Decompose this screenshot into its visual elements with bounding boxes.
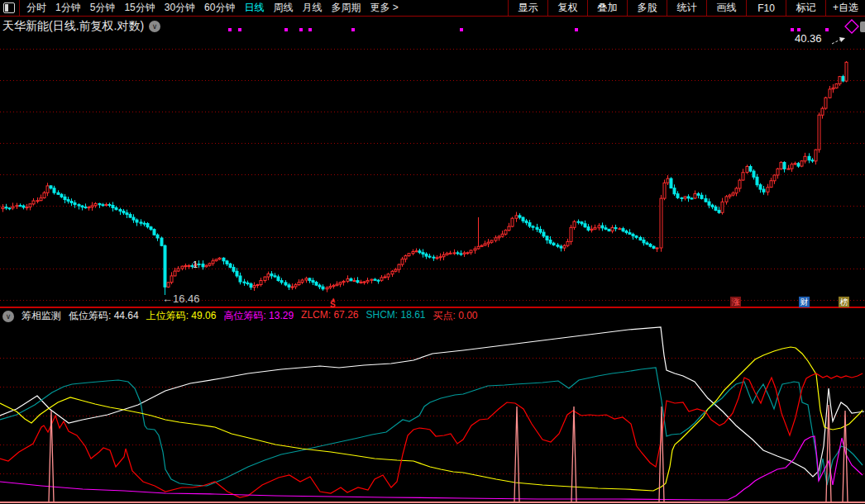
period-tab-月线[interactable]: 月线 (302, 1, 322, 15)
candle-up (770, 181, 772, 188)
period-tab-周线[interactable]: 周线 (273, 1, 293, 15)
candle-up (398, 264, 400, 269)
candle-down (64, 197, 66, 199)
event-dot (797, 28, 800, 31)
candle-up (501, 234, 504, 236)
candle-down (146, 224, 149, 227)
candle-down (153, 230, 155, 235)
toolbar-button-画线[interactable]: 画线 (706, 0, 746, 16)
candle-up (94, 203, 97, 205)
candle-down (164, 245, 166, 287)
candle-up (787, 169, 790, 169)
period-tab-60分钟[interactable]: 60分钟 (204, 1, 235, 15)
candle-up (436, 258, 438, 259)
candle-down (643, 240, 645, 243)
period-tab-更多[interactable]: 更多 > (370, 1, 398, 15)
toolbar-button-多股[interactable]: 多股 (627, 0, 667, 16)
candle-down (525, 221, 528, 222)
badge-财[interactable]: 财 (799, 297, 810, 307)
candle-down (428, 256, 431, 257)
indicator-field-2: 高位筹码: 13.29 (223, 309, 294, 323)
panel-chevron-circle-icon[interactable]: ∨ (2, 311, 14, 322)
candle-up (167, 283, 170, 288)
toolbar-button-统计[interactable]: 统计 (667, 0, 706, 16)
candle-up (267, 274, 270, 278)
toolbar-button-显示[interactable]: 显示 (508, 0, 547, 16)
toolbar-button-标记[interactable]: 标记 (786, 0, 825, 16)
indicator-field-3: ZLCM: 67.26 (301, 309, 358, 323)
trading-app-window: 分时1分钟5分钟15分钟30分钟60分钟日线周线月线多周期更多 > 显示复权叠加… (0, 0, 865, 504)
top-toolbar: 分时1分钟5分钟15分钟30分钟60分钟日线周线月线多周期更多 > 显示复权叠加… (0, 0, 865, 17)
toolbar-button-叠加[interactable]: 叠加 (587, 0, 627, 16)
candle-up (821, 108, 824, 115)
candle-up (780, 163, 782, 169)
period-tab-多周期[interactable]: 多周期 (331, 1, 361, 15)
candle-up (453, 253, 456, 254)
panel-toggle-icon[interactable] (3, 2, 15, 13)
event-dot (228, 28, 232, 31)
candle-up (2, 207, 4, 209)
candle-up (735, 188, 738, 193)
toolbar-button-复权[interactable]: 复权 (547, 0, 587, 16)
candle-up (339, 283, 342, 284)
candle-down (5, 207, 7, 208)
candle-down (749, 167, 752, 172)
event-dot (575, 28, 578, 31)
candle-up (504, 231, 507, 235)
corner-window-icon[interactable] (860, 21, 865, 32)
badge-榜[interactable]: 榜 (839, 297, 849, 307)
candle-up (291, 287, 294, 288)
candle-up (380, 278, 383, 280)
period-tab-1分钟[interactable]: 1分钟 (55, 1, 81, 15)
candle-down (560, 246, 562, 248)
candle-up (184, 266, 187, 267)
candle-up (511, 218, 514, 226)
bottom-border (0, 502, 865, 503)
candle-up (590, 229, 593, 230)
candle-down (676, 194, 679, 198)
candle-up (40, 198, 42, 201)
candle-down (522, 217, 524, 221)
chart-graphics[interactable] (0, 0, 865, 504)
period-tab-15分钟[interactable]: 15分钟 (124, 1, 155, 15)
candle-up (725, 197, 728, 202)
candle-up (391, 271, 394, 274)
candle-up (824, 97, 827, 108)
candle-down (842, 77, 844, 81)
period-tab-分时[interactable]: 分时 (26, 1, 46, 15)
buy-point-spikes (49, 411, 54, 502)
candle-up (667, 178, 669, 183)
candle-down (202, 264, 204, 267)
candle-down (753, 171, 755, 177)
candle-up (363, 282, 366, 283)
candle-down (57, 193, 60, 194)
candle-down (53, 188, 55, 193)
candle-down (577, 221, 580, 222)
candle-down (108, 205, 111, 206)
period-tab-5分钟[interactable]: 5分钟 (90, 1, 116, 15)
toolbar-button-自选[interactable]: +自选 (825, 0, 865, 16)
diamond-icon[interactable] (845, 20, 858, 33)
candle-down (700, 195, 703, 198)
period-tab-30分钟[interactable]: 30分钟 (165, 1, 195, 15)
toolbar-button-F10[interactable]: F10 (746, 0, 786, 16)
high-arrow-head (839, 37, 845, 42)
candle-down (718, 211, 720, 213)
candle-up (804, 156, 806, 161)
candle-up (835, 84, 838, 88)
candle-up (305, 278, 308, 280)
candle-up (732, 193, 734, 195)
candle-down (711, 205, 714, 207)
period-tab-日线[interactable]: 日线 (244, 1, 264, 15)
badge-涨[interactable]: 涨 (730, 297, 741, 307)
indicator-field-0: 低位筹码: 44.64 (69, 309, 139, 323)
candle-up (598, 226, 600, 228)
candle-down (635, 236, 638, 238)
candle-up (326, 288, 328, 289)
candle-up (253, 286, 256, 288)
candle-up (839, 77, 841, 84)
candle-down (115, 208, 117, 210)
indicator-fields: 低位筹码: 44.64上位筹码: 49.06高位筹码: 13.29ZLCM: 6… (69, 309, 478, 323)
indicator-title: 筹相监测 (22, 309, 61, 323)
title-chevron-circle-icon[interactable]: ∨ (149, 21, 160, 32)
